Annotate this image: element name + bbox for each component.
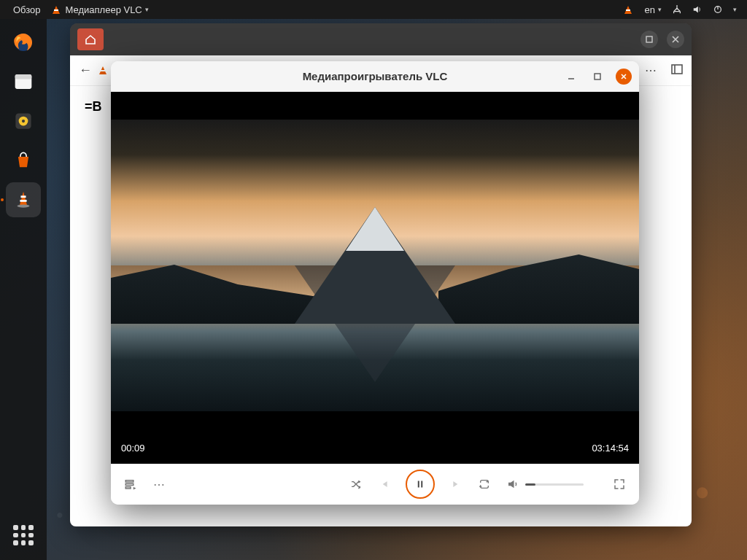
more-options-button[interactable]: ⋯ <box>153 478 166 491</box>
play-pause-button[interactable] <box>406 470 435 499</box>
video-frame <box>111 120 639 411</box>
svg-rect-3 <box>15 74 32 79</box>
fullscreen-button[interactable] <box>613 478 626 491</box>
svg-point-6 <box>22 120 25 122</box>
chevron-down-icon: ▾ <box>658 6 662 13</box>
bgwin-header[interactable] <box>70 23 692 55</box>
vlc-title-bar[interactable]: Медиапроигрыватель VLC <box>111 61 639 92</box>
volume-icon[interactable] <box>692 4 703 15</box>
input-language[interactable]: en ▾ <box>645 4 662 15</box>
chevron-down-icon: ▾ <box>145 6 149 13</box>
more-menu-button[interactable]: ⋯ <box>645 63 658 77</box>
volume-button[interactable] <box>506 478 519 491</box>
svg-rect-14 <box>595 74 600 79</box>
svg-rect-10 <box>646 36 652 42</box>
svg-rect-11 <box>672 65 682 74</box>
chevron-down-icon: ▾ <box>733 6 737 13</box>
vlc-controls: ⋯ <box>111 464 639 505</box>
previous-button[interactable] <box>378 478 390 490</box>
volume-slider[interactable] <box>525 483 584 486</box>
volume-fill <box>525 483 535 486</box>
activities-label: Обзор <box>13 4 41 15</box>
video-area[interactable]: 00:09 03:14:54 <box>111 92 639 464</box>
input-language-label: en <box>645 4 655 15</box>
minimize-button[interactable] <box>563 69 579 85</box>
show-applications-button[interactable] <box>9 521 38 550</box>
svg-rect-8 <box>20 200 26 202</box>
shuffle-button[interactable] <box>350 478 362 490</box>
playlist-button[interactable] <box>124 478 137 491</box>
vlc-window-title: Медиапроигрыватель VLC <box>303 70 448 82</box>
time-total: 03:14:54 <box>592 443 629 454</box>
svg-rect-17 <box>125 487 131 489</box>
vlc-cone-icon <box>53 6 60 14</box>
next-button[interactable] <box>451 478 462 490</box>
time-elapsed: 00:09 <box>121 443 145 454</box>
gnome-top-bar: Обзор Медиаплеер VLC ▾ en ▾ ▾ <box>0 0 747 19</box>
dock-software[interactable] <box>6 143 41 178</box>
power-icon[interactable] <box>713 4 723 15</box>
dock-vlc[interactable] <box>6 182 41 217</box>
vlc-cone-icon <box>624 6 632 14</box>
sidebar-toggle-button[interactable] <box>671 63 683 78</box>
app-menu-label: Медиаплеер VLC <box>66 4 142 15</box>
dock <box>0 19 47 560</box>
tray-vlc-icon[interactable] <box>624 6 635 14</box>
svg-rect-16 <box>125 483 133 485</box>
system-menu-chevron[interactable]: ▾ <box>733 6 737 13</box>
dock-rhythmbox[interactable] <box>6 104 41 139</box>
dock-firefox[interactable] <box>6 25 41 60</box>
maximize-button[interactable] <box>589 69 605 85</box>
activities-button[interactable]: Обзор <box>13 4 41 15</box>
network-icon[interactable] <box>672 4 682 15</box>
back-button[interactable]: ← <box>79 63 92 78</box>
home-folder-button[interactable] <box>77 28 104 50</box>
vlc-window: Медиапроигрыватель VLC 00:09 03:14:54 <box>111 61 639 505</box>
svg-rect-7 <box>20 195 26 198</box>
vlc-cone-icon <box>99 66 107 74</box>
bgwin-maximize-button[interactable] <box>640 31 658 48</box>
loop-button[interactable] <box>479 478 490 490</box>
svg-rect-15 <box>125 481 133 482</box>
bgwin-close-button[interactable] <box>667 31 684 48</box>
bgwin-text: =В <box>85 99 102 114</box>
close-button[interactable] <box>616 69 632 85</box>
dock-files[interactable] <box>6 64 41 99</box>
app-menu[interactable]: Медиаплеер VLC ▾ <box>53 4 149 15</box>
svg-point-9 <box>18 204 30 207</box>
